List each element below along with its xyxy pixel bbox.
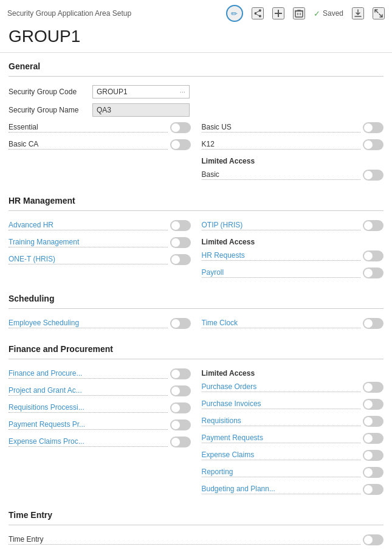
payroll-row: Payroll [202, 264, 384, 281]
expense-claims2-track[interactable] [363, 450, 383, 461]
advanced-hr-row: Advanced HR [9, 217, 191, 234]
export-button[interactable] [352, 7, 364, 19]
add-button[interactable] [272, 7, 284, 19]
expense-claims-toggle[interactable] [170, 437, 191, 447]
saved-label: Saved [323, 9, 343, 18]
basic-us-track[interactable] [363, 122, 383, 133]
hr-requests-track[interactable] [363, 250, 383, 261]
essential-row: Essential [9, 119, 191, 136]
expense-claims2-toggle[interactable] [363, 450, 383, 461]
time-clock-toggle[interactable] [363, 318, 383, 329]
k12-toggle[interactable] [363, 139, 383, 150]
advanced-hr-toggle[interactable] [170, 220, 191, 231]
requisitions-process-toggle[interactable] [170, 402, 191, 413]
svg-rect-2 [295, 11, 303, 17]
reporting-row: Reporting [202, 464, 384, 481]
share-button[interactable] [252, 7, 264, 19]
scheduling-left-col: Employee Scheduling [9, 315, 191, 332]
employee-scheduling-track[interactable] [170, 318, 191, 329]
training-mgmt-label: Training Management [9, 238, 168, 247]
topbar-title: Security Group Application Area Setup [7, 9, 219, 18]
section-finance: Finance and Procurement Finance and Proc… [9, 336, 383, 498]
hr-requests-label: HR Requests [202, 251, 361, 261]
basic-us-toggle[interactable] [363, 122, 383, 133]
budgeting-track[interactable] [363, 484, 383, 495]
employee-scheduling-toggle[interactable] [170, 318, 191, 329]
reporting-track[interactable] [363, 467, 383, 478]
requisitions-process-label: Requisitions Processi... [9, 403, 168, 413]
scheduling-right-col: Time Clock [197, 315, 384, 332]
training-mgmt-track[interactable] [170, 237, 191, 248]
basic-ca-toggle[interactable] [170, 139, 191, 150]
essential-label: Essential [9, 123, 168, 133]
one-t-label: ONE-T (HRIS) [9, 255, 168, 264]
basic-track[interactable] [363, 170, 383, 181]
hr-requests-toggle[interactable] [363, 250, 383, 261]
one-t-track[interactable] [170, 254, 191, 265]
k12-track[interactable] [363, 139, 383, 150]
project-grant-toggle[interactable] [170, 385, 191, 396]
saved-indicator: ✓ Saved [314, 9, 343, 18]
budgeting-toggle[interactable] [363, 484, 383, 495]
time-entry-label: Time Entry [9, 535, 360, 545]
time-entry-toggle[interactable] [363, 534, 383, 545]
edit-button[interactable]: ✏ [226, 5, 243, 22]
requisitions-track[interactable] [363, 416, 383, 427]
payroll-track[interactable] [363, 268, 383, 278]
essential-track[interactable] [170, 122, 191, 133]
expand-button[interactable] [373, 7, 385, 19]
finance-procure-track[interactable] [170, 368, 191, 379]
hr-right-col: OTIP (HRIS) Limited Access HR Requests [197, 217, 384, 281]
delete-button[interactable] [293, 7, 305, 19]
section-hr: HR Management Advanced HR Training Manag… [9, 187, 383, 281]
requisitions-process-track[interactable] [170, 402, 191, 413]
security-group-code-row: Security Group Code GROUP1 ··· [9, 83, 383, 101]
time-entry-track[interactable] [363, 534, 383, 545]
payment-requests-toggle[interactable] [170, 420, 191, 430]
security-group-name-label: Security Group Name [9, 106, 88, 114]
advanced-hr-track[interactable] [170, 220, 191, 231]
basic-ca-track[interactable] [170, 139, 191, 150]
expense-claims-label: Expense Claims Proc... [9, 437, 168, 447]
security-group-code-input[interactable]: GROUP1 ··· [92, 85, 190, 98]
purchase-invoices-track[interactable] [363, 399, 383, 410]
requisitions-toggle[interactable] [363, 416, 383, 427]
reporting-toggle[interactable] [363, 467, 383, 478]
expense-claims2-row: Expense Claims [202, 447, 384, 464]
otip-track[interactable] [363, 220, 383, 231]
hr-fields-cols: Advanced HR Training Management ONE-T (H… [9, 217, 383, 281]
section-header-finance: Finance and Procurement [9, 336, 383, 359]
payment-requests2-track[interactable] [363, 433, 383, 444]
security-group-name-input[interactable]: QA3 [92, 103, 190, 117]
payment-requests-label: Payment Requests Pr... [9, 420, 168, 430]
purchase-orders-track[interactable] [363, 382, 383, 393]
essential-toggle[interactable] [170, 122, 191, 133]
reporting-label: Reporting [202, 468, 361, 477]
requisitions-label: Requisitions [202, 416, 361, 426]
advanced-hr-label: Advanced HR [9, 221, 168, 230]
purchase-orders-toggle[interactable] [363, 382, 383, 393]
training-mgmt-toggle[interactable] [170, 237, 191, 248]
time-clock-track[interactable] [363, 318, 383, 329]
payment-requests-track[interactable] [170, 420, 191, 430]
purchase-invoices-row: Purchase Invoices [202, 396, 384, 413]
security-group-name-row: Security Group Name QA3 [9, 101, 383, 119]
expense-claims2-label: Expense Claims [202, 451, 361, 460]
payment-requests2-toggle[interactable] [363, 433, 383, 444]
one-t-toggle[interactable] [170, 254, 191, 265]
one-t-row: ONE-T (HRIS) [9, 251, 191, 268]
basic-toggle[interactable] [363, 170, 383, 181]
time-clock-row: Time Clock [202, 315, 384, 332]
general-right-col: Basic US K12 Limited Access Basic [197, 119, 384, 184]
purchase-invoices-toggle[interactable] [363, 399, 383, 410]
expense-claims-track[interactable] [170, 437, 191, 447]
otip-row: OTIP (HRIS) [202, 217, 384, 234]
project-grant-row: Project and Grant Ac... [9, 382, 191, 399]
otip-toggle[interactable] [363, 220, 383, 231]
payroll-toggle[interactable] [363, 268, 383, 278]
finance-right-col: Limited Access Purchase Orders Purchase … [197, 365, 384, 498]
finance-procure-toggle[interactable] [170, 368, 191, 379]
project-grant-track[interactable] [170, 385, 191, 396]
time-clock-label: Time Clock [202, 319, 361, 328]
finance-procure-row: Finance and Procure... [9, 365, 191, 382]
